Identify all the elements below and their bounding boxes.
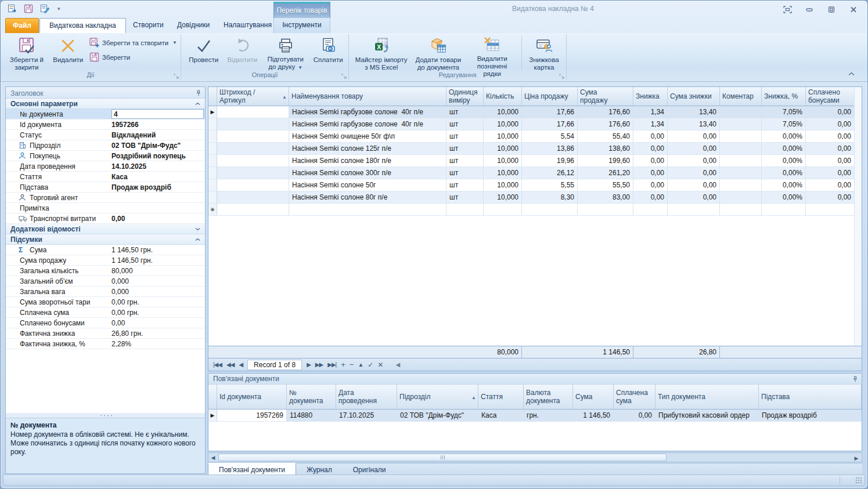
field-row[interactable]: Підрозділ02 ТОВ "Дрім-Фудс" bbox=[6, 140, 205, 151]
cell[interactable]: 0,00 bbox=[806, 167, 855, 179]
qat-customize-dropdown[interactable]: ▾ bbox=[55, 6, 60, 12]
cell[interactable]: 0,00 bbox=[806, 131, 855, 142]
field-row[interactable]: Фактична знижка, %2,28% bbox=[6, 339, 205, 349]
nav-append-button[interactable]: + bbox=[338, 360, 347, 369]
cell[interactable]: 1,34 bbox=[633, 106, 668, 118]
cell[interactable]: 0,00 bbox=[806, 118, 855, 130]
cell[interactable]: 10,000 bbox=[484, 106, 522, 118]
field-row[interactable]: Транспортні витрати0,00 bbox=[6, 213, 205, 224]
cell[interactable]: 17,66 bbox=[522, 106, 578, 118]
cell[interactable]: Насіння Semki солоне 125г п/е bbox=[289, 143, 446, 154]
field-row[interactable]: Примітка bbox=[6, 203, 205, 213]
section-header-1[interactable]: Додаткові відомості bbox=[6, 224, 205, 234]
nav-next-button[interactable]: ▶ bbox=[304, 361, 313, 368]
cell[interactable]: 0,00 bbox=[668, 143, 720, 154]
cell[interactable]: 0,00 bbox=[806, 143, 855, 154]
cell[interactable]: 13,86 bbox=[522, 143, 578, 154]
excel-import-button[interactable]: X Майстер імпорту з MS Excel bbox=[351, 35, 411, 71]
discount-card-button[interactable]: Знижкова картка bbox=[524, 35, 564, 71]
table-row[interactable]: Насіння Semki солоне 180г п/ешт10,00019,… bbox=[208, 155, 862, 167]
field-row[interactable]: СтаттяКаса bbox=[6, 172, 205, 182]
delete-marked-rows-button[interactable]: Видалити позначені рядки bbox=[465, 35, 519, 71]
cell[interactable]: 138,60 bbox=[578, 143, 633, 154]
field-row[interactable]: Загальна кількість80,000 bbox=[6, 266, 205, 276]
cell[interactable]: 17,66 bbox=[522, 118, 578, 130]
cell[interactable] bbox=[720, 143, 762, 154]
cell[interactable] bbox=[446, 204, 484, 215]
column-header[interactable]: Сума продажу bbox=[578, 87, 633, 106]
cell[interactable] bbox=[522, 204, 578, 215]
cell[interactable] bbox=[720, 204, 762, 215]
cell[interactable]: 1 146,50 bbox=[573, 410, 614, 421]
cell[interactable]: 19,96 bbox=[522, 155, 578, 166]
cell[interactable]: 0,00% bbox=[762, 167, 806, 179]
cell[interactable] bbox=[720, 179, 762, 191]
cell[interactable]: 0,00% bbox=[762, 131, 806, 142]
table-row[interactable]: Насіння Semki гарбузове солоне 40г п/ешт… bbox=[208, 118, 862, 131]
tab-file[interactable]: Файл bbox=[5, 18, 39, 33]
field-value[interactable]: 0,00 bbox=[111, 318, 204, 328]
dialog-launcher-icon[interactable] bbox=[559, 74, 564, 79]
cell[interactable]: 55,50 bbox=[578, 179, 633, 191]
cell[interactable] bbox=[217, 106, 289, 118]
vertical-scrollbar-track[interactable] bbox=[854, 87, 862, 346]
hscroll-thumb[interactable] bbox=[218, 454, 667, 461]
cell[interactable]: Насіння Semki гарбузове солоне 40г п/е bbox=[289, 118, 446, 130]
field-value[interactable]: Продаж вроздріб bbox=[111, 182, 204, 192]
cell[interactable]: 26,12 bbox=[522, 167, 578, 179]
cell[interactable]: 0,00 bbox=[633, 143, 668, 154]
field-row[interactable]: Сума продажу1 146,50 грн. bbox=[6, 255, 205, 266]
nav-next-page-button[interactable]: ▶▶ bbox=[313, 361, 325, 368]
column-header[interactable]: Ціна продажу bbox=[522, 87, 578, 106]
nav-prev-page-button[interactable]: ◀◀ bbox=[224, 361, 236, 368]
cell[interactable]: 0,00 bbox=[806, 155, 855, 166]
close-button[interactable] bbox=[848, 4, 859, 15]
column-header[interactable]: Штрихкод / Артикул▲ bbox=[217, 87, 289, 106]
cell[interactable]: 10,000 bbox=[484, 155, 522, 166]
cell[interactable]: 0,00 bbox=[668, 167, 720, 179]
column-header[interactable]: Дата проведення bbox=[336, 385, 397, 409]
cell[interactable]: 0,00 bbox=[633, 131, 668, 142]
cell[interactable]: 10,000 bbox=[484, 118, 522, 130]
dialog-launcher-icon[interactable] bbox=[174, 74, 179, 79]
cell[interactable]: шт bbox=[446, 131, 484, 142]
dialog-launcher-icon[interactable] bbox=[341, 74, 347, 79]
field-value[interactable]: Роздрібний покупець bbox=[111, 151, 204, 161]
nav-prev-button[interactable]: ◀ bbox=[236, 361, 245, 368]
cell[interactable]: 17.10.2025 bbox=[336, 410, 397, 421]
field-value[interactable] bbox=[111, 193, 204, 202]
cell[interactable]: 13,40 bbox=[668, 106, 720, 118]
tab-stvoryty[interactable]: Створити bbox=[124, 18, 173, 33]
table-row[interactable]: Насіння Semki солоне 80г п/ешт10,0008,30… bbox=[208, 191, 862, 204]
cell[interactable]: 0,00 bbox=[668, 131, 720, 142]
cell[interactable]: 176,60 bbox=[578, 106, 633, 118]
resize-grip[interactable] bbox=[855, 477, 862, 483]
field-value[interactable]: 0,00 грн. bbox=[111, 297, 204, 307]
field-row[interactable]: ПокупецьРоздрібний покупець bbox=[6, 151, 205, 161]
column-header[interactable]: Стаття bbox=[478, 385, 524, 409]
cell[interactable]: Насіння Semki солоне 180г п/е bbox=[289, 155, 446, 166]
save-create-button[interactable]: Зберегти та створити ▼ bbox=[89, 38, 177, 48]
field-row[interactable]: Загальний об'єм0,000 bbox=[6, 276, 205, 287]
pin-icon[interactable] bbox=[852, 376, 858, 382]
cell[interactable]: 0,00% bbox=[762, 179, 806, 191]
table-row[interactable]: Насіння Semki солоне 50гшт10,0005,5555,5… bbox=[208, 179, 862, 191]
nav-last-button[interactable]: ▶▶| bbox=[325, 361, 338, 368]
new-row[interactable]: ✳ bbox=[208, 204, 862, 216]
field-value[interactable]: 14.10.2025 bbox=[111, 161, 204, 171]
cell[interactable]: 0,00 bbox=[614, 410, 655, 421]
save-button[interactable]: Зберегти bbox=[89, 52, 177, 62]
cell[interactable]: 0,00% bbox=[762, 143, 806, 154]
cell[interactable]: 1957269 bbox=[217, 410, 287, 421]
hscroll-left-button[interactable]: ◀ bbox=[208, 453, 218, 462]
cell[interactable] bbox=[217, 191, 289, 203]
nav-post-button[interactable]: ✓ bbox=[365, 361, 375, 369]
cell[interactable] bbox=[484, 204, 522, 215]
cell[interactable]: 0,00 bbox=[806, 179, 855, 191]
tab-vydatkova-nakladna[interactable]: Видаткова накладна bbox=[39, 18, 126, 33]
cell[interactable]: грн. bbox=[524, 410, 573, 421]
nav-first-button[interactable]: |◀◀ bbox=[211, 361, 224, 368]
cell[interactable]: Насіння Semki солоне 300г п/е bbox=[289, 167, 446, 179]
cell[interactable] bbox=[668, 204, 720, 215]
cell[interactable]: 02 ТОВ "Дрім-Фудс" bbox=[397, 410, 478, 421]
